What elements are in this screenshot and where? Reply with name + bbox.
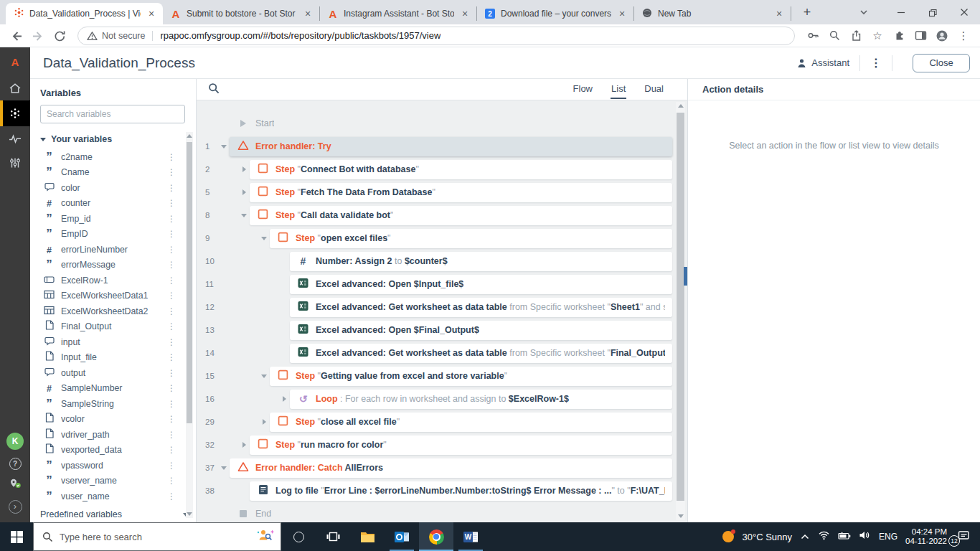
address-bar[interactable]: Not secure rpapoc.omfysgroup.com/#/bots/…	[77, 27, 795, 45]
variable-row[interactable]: ExcelWorksheetData1	[40, 288, 196, 304]
variables-scrollbar[interactable]	[186, 132, 193, 518]
flow-action-card[interactable]: Error handler: Catch AllErrors	[230, 458, 672, 478]
variable-menu-icon[interactable]	[167, 276, 176, 286]
help-icon[interactable]	[9, 458, 22, 470]
variable-menu-icon[interactable]	[167, 291, 176, 301]
variable-row[interactable]: vexported_data	[40, 443, 196, 458]
flow-action-card[interactable]: Step "open excel files"	[270, 229, 672, 248]
volume-icon[interactable]	[859, 530, 871, 543]
view-tab-list[interactable]: List	[611, 80, 626, 99]
variable-menu-icon[interactable]	[167, 445, 176, 455]
expand-chevron-icon[interactable]	[258, 419, 270, 425]
flow-action-card[interactable]: Start	[230, 114, 672, 133]
administration-nav-icon[interactable]	[0, 151, 30, 175]
variable-menu-icon[interactable]	[167, 167, 176, 177]
flow-scrollbar[interactable]	[676, 102, 685, 520]
variable-row[interactable]: Final_Output	[40, 319, 196, 335]
expand-chevron-icon[interactable]	[238, 166, 250, 172]
clock[interactable]: 04:24 PM 04-11-2022	[905, 527, 947, 547]
variable-row[interactable]: vpassword	[40, 458, 196, 474]
battery-icon[interactable]	[838, 530, 851, 543]
expand-rail-icon[interactable]	[9, 500, 22, 514]
panel-divider-marker[interactable]	[684, 267, 687, 286]
flow-action-card[interactable]: Excel advanced: Get worksheet as data ta…	[290, 298, 672, 317]
variable-menu-icon[interactable]	[167, 152, 176, 162]
browser-menu-icon[interactable]	[953, 26, 974, 46]
variable-row[interactable]: ExcelWorksheetData2	[40, 303, 196, 319]
close-window-button[interactable]	[948, 0, 980, 24]
expand-chevron-icon[interactable]	[238, 189, 250, 195]
browser-tab[interactable]: Submit to botstore - Bot Stor	[163, 6, 320, 21]
new-tab-button[interactable]	[797, 2, 817, 22]
share-icon[interactable]	[845, 26, 867, 46]
action-center-icon[interactable]: 12	[958, 530, 970, 544]
tab-close-icon[interactable]	[459, 8, 471, 19]
variable-menu-icon[interactable]	[167, 337, 176, 347]
browser-tab[interactable]: Instagram Assistant - Bot Sto	[320, 6, 477, 21]
browser-tab[interactable]: New Tab	[634, 6, 791, 21]
flow-action-card[interactable]: Excel advanced: Open $Final_Output$	[290, 321, 672, 340]
taskbar-search-box[interactable]: Type here to search	[33, 522, 281, 551]
variable-menu-icon[interactable]	[167, 430, 176, 440]
variables-search-input[interactable]	[40, 105, 185, 123]
variable-menu-icon[interactable]	[167, 383, 176, 393]
password-key-icon[interactable]	[802, 26, 824, 46]
flow-action-card[interactable]: Excel advanced: Get worksheet as data ta…	[290, 344, 672, 363]
browser-tab[interactable]: Data_Validation_Process | Vie	[6, 3, 163, 24]
flow-action-card[interactable]: Loop : For each row in worksheet and ass…	[290, 390, 672, 409]
hidden-icons-chevron[interactable]	[800, 530, 810, 543]
security-chip[interactable]: Not secure	[87, 31, 145, 41]
variable-row[interactable]: c2name	[40, 149, 196, 165]
flow-action-card[interactable]: Excel advanced: Open $Input_file$	[290, 275, 672, 294]
wifi-icon[interactable]	[818, 530, 830, 543]
flow-action-card[interactable]: Step "Call data validate bot"	[250, 206, 672, 225]
variable-menu-icon[interactable]	[167, 491, 176, 501]
cortana-icon[interactable]	[281, 522, 316, 551]
variable-menu-icon[interactable]	[167, 352, 176, 362]
tab-close-icon[interactable]	[616, 8, 628, 19]
scrollbar-thumb[interactable]	[187, 142, 192, 423]
view-tab-dual[interactable]: Dual	[644, 80, 664, 99]
variable-row[interactable]: output	[40, 365, 196, 381]
flow-search-icon[interactable]	[208, 83, 220, 97]
variable-row[interactable]: SampleNumber	[40, 381, 196, 397]
search-highlights-icon[interactable]	[256, 528, 275, 545]
restore-button[interactable]	[917, 0, 948, 24]
variable-menu-icon[interactable]	[167, 399, 176, 409]
user-avatar[interactable]: K	[6, 433, 24, 450]
variable-row[interactable]: vserver_name	[40, 474, 196, 489]
flow-action-card[interactable]: Error handler: Try	[230, 137, 672, 156]
variable-row[interactable]: counter	[40, 196, 196, 212]
expand-chevron-icon[interactable]	[258, 237, 270, 240]
variable-row[interactable]: vdriver_path	[40, 427, 196, 443]
variable-row[interactable]: vcolor	[40, 412, 196, 428]
tab-close-icon[interactable]	[146, 8, 157, 19]
extensions-puzzle-icon[interactable]	[888, 26, 910, 46]
profile-avatar-icon[interactable]	[931, 26, 953, 46]
predefined-variables-section-header[interactable]: Predefined variables	[40, 509, 196, 519]
flow-action-card[interactable]: Log to file "Error Line : $errorLineNumb…	[250, 481, 672, 501]
variable-menu-icon[interactable]	[167, 260, 176, 270]
expand-chevron-icon[interactable]	[238, 214, 250, 217]
flow-action-card[interactable]: Step "run macro for color"	[250, 435, 672, 455]
variable-menu-icon[interactable]	[167, 321, 176, 331]
variable-menu-icon[interactable]	[167, 461, 176, 471]
variable-row[interactable]: vuser_name	[40, 489, 196, 504]
flow-action-card[interactable]: Step "Getting value from excel and store…	[270, 367, 672, 386]
scroll-down-arrow-icon[interactable]	[678, 514, 684, 518]
flow-action-card[interactable]: Step "close all excel file"	[270, 413, 672, 432]
tab-search-chevron-icon[interactable]	[849, 0, 878, 24]
variable-menu-icon[interactable]	[167, 476, 176, 486]
variable-row[interactable]: Input_file	[40, 350, 196, 366]
variable-row[interactable]: errorLineNumber	[40, 242, 196, 258]
variable-row[interactable]: color	[40, 180, 196, 196]
app-logo[interactable]	[11, 47, 19, 76]
task-view-icon[interactable]	[316, 522, 350, 551]
language-indicator[interactable]: ENG	[879, 532, 897, 542]
side-panel-icon[interactable]	[910, 26, 931, 46]
scroll-down-arrow-icon[interactable]	[187, 512, 192, 516]
variable-row[interactable]: EmpID	[40, 227, 196, 242]
chrome-icon[interactable]	[419, 522, 453, 551]
scroll-up-arrow-icon[interactable]	[678, 104, 684, 108]
assistant-button[interactable]: Assistant	[797, 57, 849, 68]
